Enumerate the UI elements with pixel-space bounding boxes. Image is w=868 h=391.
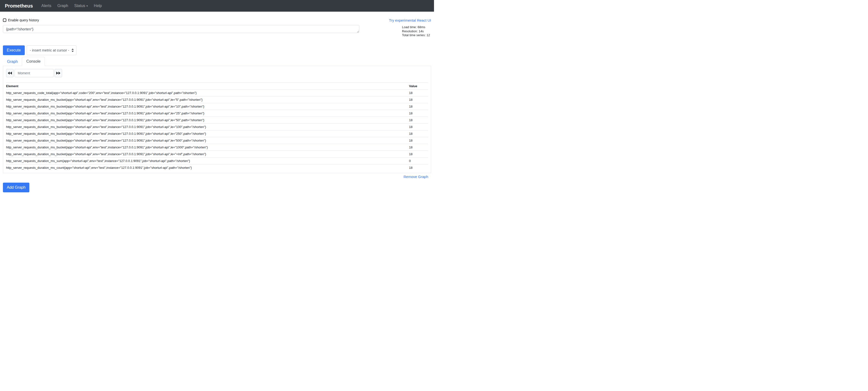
- table-row: http_server_requests_duration_ms_sum{app…: [6, 157, 428, 164]
- metric-value: 18: [409, 130, 428, 137]
- total-time-series: Total time series: 12: [402, 33, 431, 37]
- page-body: Enable query history Try experimental Re…: [0, 18, 434, 192]
- query-history-checkbox[interactable]: [3, 19, 6, 22]
- table-header-row: Element Value: [6, 83, 428, 89]
- nav-item-graph[interactable]: Graph: [55, 4, 70, 8]
- table-row: http_server_requests_duration_ms_bucket{…: [6, 117, 428, 123]
- metric-value: 0: [409, 157, 428, 164]
- tab-console[interactable]: Console: [22, 57, 45, 66]
- metric-value: 18: [409, 137, 428, 144]
- metric-value: 18: [409, 96, 428, 103]
- moment-navigation: [6, 69, 428, 77]
- metric-element: http_server_requests_duration_ms_bucket{…: [6, 123, 409, 130]
- metric-element: http_server_requests_duration_ms_sum{app…: [6, 157, 409, 164]
- moment-rewind-button[interactable]: [6, 69, 13, 77]
- metric-element: http_server_requests_duration_ms_count{a…: [6, 164, 409, 171]
- table-row: http_server_requests_duration_ms_bucket{…: [6, 110, 428, 117]
- double-arrow-left-icon: [8, 72, 12, 75]
- table-row: http_server_requests_duration_ms_bucket{…: [6, 150, 428, 157]
- history-row: Enable query history Try experimental Re…: [3, 18, 431, 22]
- table-row: http_server_requests_duration_ms_bucket{…: [6, 137, 428, 144]
- metric-value: 18: [409, 117, 428, 123]
- metric-value: 18: [409, 103, 428, 110]
- metric-value: 18: [409, 164, 428, 171]
- select-updown-icon: [71, 49, 74, 52]
- enable-query-history[interactable]: Enable query history: [3, 18, 39, 22]
- table-row: http_server_requests_duration_ms_bucket{…: [6, 130, 428, 137]
- metric-element: http_server_requests_duration_ms_bucket{…: [6, 103, 409, 110]
- resolution: Resolution: 14s: [402, 29, 431, 33]
- metric-value: 18: [409, 150, 428, 157]
- metric-element: http_server_requests_duration_ms_bucket{…: [6, 117, 409, 123]
- table-row: http_server_requests_duration_ms_bucket{…: [6, 96, 428, 103]
- metric-element: http_server_requests_duration_ms_bucket{…: [6, 137, 409, 144]
- moment-forward-button[interactable]: [55, 69, 62, 77]
- navbar: Prometheus Alerts Graph Status▾ Help: [0, 0, 434, 12]
- nav-item-alerts[interactable]: Alerts: [39, 4, 54, 8]
- query-history-label: Enable query history: [8, 18, 39, 22]
- table-row: http_server_requests_duration_ms_bucket{…: [6, 123, 428, 130]
- column-header-element: Element: [6, 83, 409, 89]
- tab-graph[interactable]: Graph: [3, 57, 22, 66]
- moment-input[interactable]: [14, 69, 54, 77]
- caret-down-icon: ▾: [86, 4, 88, 7]
- query-expression-input[interactable]: {path="/shorten"}: [3, 25, 359, 33]
- nav-item-status[interactable]: Status▾: [72, 4, 90, 8]
- brand-prometheus[interactable]: Prometheus: [5, 3, 33, 9]
- metric-value: 18: [409, 89, 428, 96]
- query-row: {path="/shorten"} Load time: 68ms Resolu…: [3, 25, 431, 37]
- metric-element: http_server_requests_duration_ms_bucket{…: [6, 96, 409, 103]
- column-header-value: Value: [409, 83, 428, 89]
- metric-element: http_server_requests_duration_ms_bucket{…: [6, 110, 409, 117]
- query-stats: Load time: 68ms Resolution: 14s Total ti…: [402, 25, 431, 37]
- console-table: Element Value http_server_requests_code_…: [6, 83, 428, 171]
- react-ui-link[interactable]: Try experimental React UI: [389, 18, 431, 22]
- execute-button[interactable]: Execute: [3, 46, 25, 55]
- table-row: http_server_requests_duration_ms_bucket{…: [6, 144, 428, 150]
- double-arrow-right-icon: [56, 72, 60, 75]
- nav-item-status-label: Status: [74, 4, 85, 8]
- insert-metric-select[interactable]: - insert metric at cursor -: [27, 46, 77, 55]
- tab-bar: Graph Console: [3, 57, 431, 66]
- table-row: http_server_requests_code_total{app="sho…: [6, 89, 428, 96]
- metric-value: 18: [409, 144, 428, 150]
- remove-graph-link[interactable]: Remove Graph: [403, 175, 428, 179]
- add-graph-button[interactable]: Add Graph: [3, 183, 29, 192]
- load-time: Load time: 68ms: [402, 25, 431, 29]
- metric-value: 18: [409, 110, 428, 117]
- metric-element: http_server_requests_code_total{app="sho…: [6, 89, 409, 96]
- metric-element: http_server_requests_duration_ms_bucket{…: [6, 144, 409, 150]
- add-graph-row: Add Graph: [3, 183, 431, 192]
- remove-graph-row: Remove Graph: [3, 175, 431, 179]
- metric-value: 18: [409, 123, 428, 130]
- table-row: http_server_requests_duration_ms_bucket{…: [6, 103, 428, 110]
- metric-element: http_server_requests_duration_ms_bucket{…: [6, 130, 409, 137]
- console-panel: Element Value http_server_requests_code_…: [3, 66, 431, 173]
- metric-element: http_server_requests_duration_ms_bucket{…: [6, 150, 409, 157]
- table-row: http_server_requests_duration_ms_count{a…: [6, 164, 428, 171]
- insert-metric-label: - insert metric at cursor -: [30, 48, 69, 52]
- execute-row: Execute - insert metric at cursor -: [3, 46, 431, 55]
- nav-item-help[interactable]: Help: [92, 4, 104, 8]
